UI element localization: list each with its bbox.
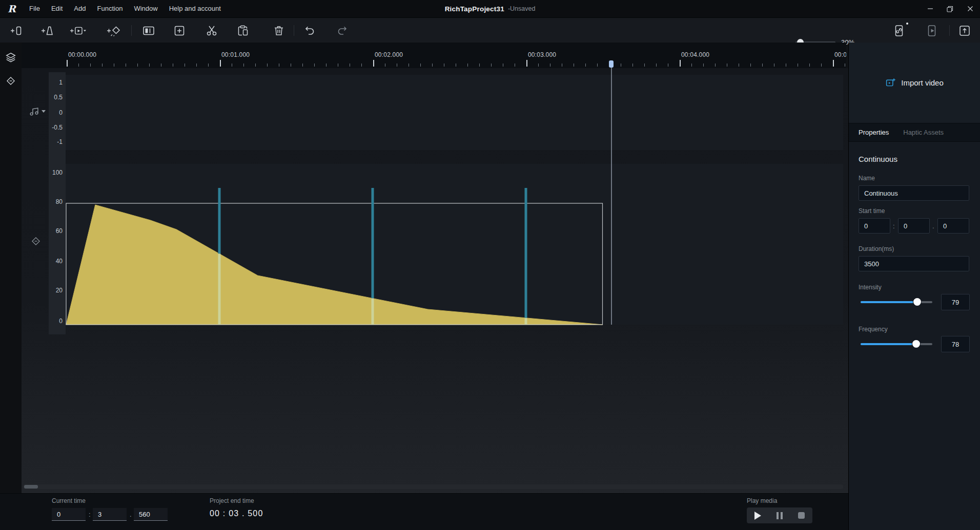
menu-item-edit[interactable]: Edit (46, 0, 68, 17)
ruler-tick (102, 63, 103, 67)
horizontal-scrollbar[interactable] (23, 484, 843, 489)
paste-button[interactable] (235, 24, 251, 38)
undo-button[interactable] (301, 24, 318, 38)
start-ms-input[interactable] (937, 218, 969, 234)
ruler-tick (621, 63, 621, 67)
intensity-slider-knob[interactable] (913, 298, 921, 306)
ruler-tick (350, 63, 350, 67)
ab-compare-button[interactable] (140, 24, 157, 38)
axis-tick-label: 20 (40, 286, 63, 295)
menu: FileEditAddFunctionWindowHelp and accoun… (24, 0, 227, 17)
tab-haptic-assets[interactable]: Haptic Assets (903, 129, 944, 136)
current-time-ms-input[interactable] (134, 508, 168, 521)
ruler-tick (67, 60, 68, 67)
project-end-label: Project end time (210, 497, 254, 504)
ruler-tick (420, 63, 421, 67)
frequency-value-input[interactable] (941, 336, 970, 352)
frequency-slider[interactable] (861, 343, 932, 345)
ruler-tick (196, 63, 197, 67)
stop-button[interactable] (790, 507, 812, 523)
add-continuous-button[interactable] (39, 24, 55, 38)
ruler-tick (833, 60, 834, 67)
ruler-label: 00:02.000 (375, 51, 403, 58)
ruler-tick (538, 63, 539, 67)
audio-track-menu[interactable] (29, 106, 46, 116)
intensity-slider[interactable] (861, 301, 932, 303)
restore-icon[interactable] (940, 0, 960, 17)
ruler-tick (291, 63, 291, 67)
play-on-device-button[interactable] (924, 24, 940, 38)
audio-track[interactable] (66, 75, 843, 150)
ruler-tick (585, 63, 586, 67)
pause-button[interactable] (769, 507, 791, 523)
axis-tick-label: 100 (40, 168, 63, 177)
frequency-label: Frequency (859, 326, 888, 333)
save-status: -Unsaved (508, 5, 536, 12)
add-haptic-asset-button[interactable] (106, 24, 122, 38)
haptic-chart[interactable] (66, 164, 843, 325)
frequency-slider-knob[interactable] (912, 340, 920, 348)
start-time-label: Start time (859, 207, 885, 215)
add-keyframe-button[interactable] (171, 24, 188, 38)
transport-bar: Current time : . Project end time 00 : 0… (0, 493, 848, 530)
haptic-track-tag-icon[interactable] (31, 236, 41, 246)
current-time-min-input[interactable] (52, 508, 86, 521)
add-media-button[interactable] (70, 24, 86, 38)
timeline-ruler[interactable]: 00:00.00000:01.00000:02.00000:03.00000:0… (22, 43, 846, 68)
add-transient-button[interactable] (8, 24, 25, 38)
export-button[interactable] (956, 24, 973, 38)
menu-item-window[interactable]: Window (128, 0, 163, 17)
scrollbar-thumb[interactable] (24, 485, 38, 489)
ruler-tick (385, 63, 385, 67)
start-dot: . (932, 222, 934, 230)
connect-device-button[interactable] (891, 24, 907, 38)
ruler-tick (444, 63, 444, 67)
toolbar-separator (131, 25, 132, 36)
ruler-tick (114, 63, 114, 67)
delete-button[interactable] (271, 24, 287, 38)
app-logo-icon: R (0, 0, 24, 17)
ruler-tick (267, 63, 268, 67)
menu-bar: R FileEditAddFunctionWindowHelp and acco… (0, 0, 980, 17)
ruler-tick (668, 63, 668, 67)
play-button[interactable] (747, 507, 769, 523)
ruler-tick (479, 63, 480, 67)
cut-button[interactable] (203, 24, 220, 38)
intensity-value-input[interactable] (941, 294, 970, 310)
tag-icon[interactable] (4, 74, 17, 88)
duration-label: Duration(ms) (859, 245, 894, 252)
richtap-window: R FileEditAddFunctionWindowHelp and acco… (0, 0, 980, 530)
start-min-input[interactable] (859, 218, 890, 234)
playhead-line (611, 67, 612, 325)
event-type-title: Continuous (859, 155, 897, 163)
import-video-button[interactable]: Import video (849, 43, 980, 123)
close-icon[interactable] (960, 0, 980, 17)
tab-properties[interactable]: Properties (859, 129, 889, 136)
timeline-canvas: 10.50-0.5-1 100806040200 (22, 68, 848, 493)
current-time-sec-input[interactable] (93, 508, 127, 521)
ruler-label: 00:04.000 (681, 51, 709, 58)
ruler-tick (786, 63, 786, 67)
project-end-value: 00 : 03 . 500 (210, 509, 263, 518)
duration-input[interactable] (859, 256, 969, 271)
name-input[interactable] (859, 185, 969, 201)
playhead-marker[interactable] (609, 60, 614, 68)
menu-item-help-and-account[interactable]: Help and account (164, 0, 227, 17)
layers-icon[interactable] (4, 51, 17, 64)
current-time-label: Current time (52, 497, 86, 504)
properties-panel: Import video Properties Haptic Assets Co… (848, 43, 980, 530)
menu-item-file[interactable]: File (24, 0, 46, 17)
ruler-tick (503, 63, 503, 67)
menu-item-function[interactable]: Function (92, 0, 129, 17)
redo-button[interactable] (334, 24, 351, 38)
minimize-icon[interactable] (920, 0, 940, 17)
start-sec-input[interactable] (898, 218, 930, 234)
ruler-tick (409, 63, 409, 67)
menu-item-add[interactable]: Add (68, 0, 91, 17)
ruler-label: 00:01.000 (221, 51, 250, 58)
properties-content: Continuous Name Start time : . Duration(… (849, 142, 980, 530)
ruler-tick (432, 63, 433, 67)
time-colon: : (89, 511, 91, 518)
ruler-tick (397, 63, 397, 67)
ruler-tick (338, 63, 338, 67)
